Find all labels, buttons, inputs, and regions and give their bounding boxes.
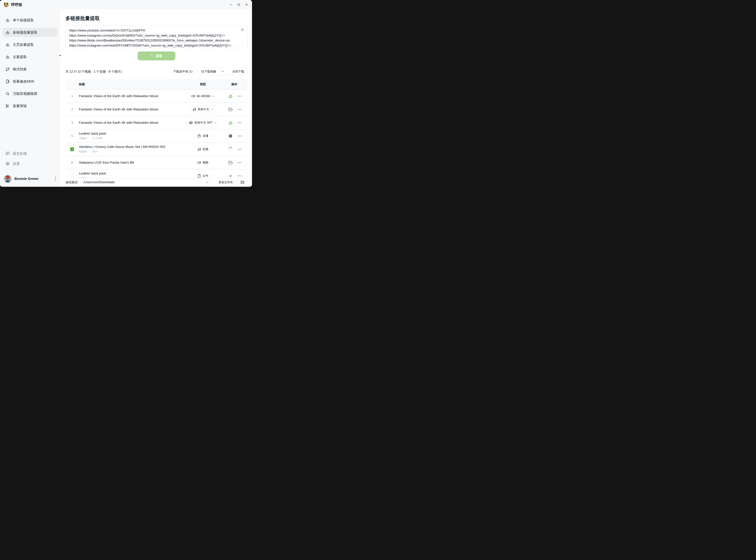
- column-header-title: 标题: [76, 82, 184, 86]
- sidebar-item-batch-edit[interactable]: 批量剪辑: [2, 101, 57, 111]
- download-all-button[interactable]: 全部下载: [229, 67, 247, 75]
- select-all-checkbox[interactable]: [71, 82, 74, 86]
- search-icon: [6, 92, 9, 96]
- row-title: Leather back pack: [79, 172, 184, 175]
- table-row: 1 Fantastic VIews of the Earth 4K with R…: [65, 89, 247, 103]
- folder-open-icon: [241, 180, 244, 184]
- scissors-icon: [6, 104, 9, 108]
- sidebar-item-label: 多链接批量提取: [13, 30, 37, 35]
- music-note-icon: [197, 147, 201, 151]
- row-status: 下载中 71.2 MB: [79, 137, 184, 140]
- chevron-down-icon: [214, 122, 217, 124]
- table-row: 2 Fantastic VIews of the Earth 4K with R…: [65, 103, 247, 116]
- row-number[interactable]: 3: [68, 121, 76, 125]
- sidebar-item-multi-link-batch-extract[interactable]: 多链接批量提取: [2, 28, 57, 37]
- table-row: 6 Sidepiece LIVE from Paulie Gee's BK 视频: [65, 156, 247, 169]
- more-actions-icon[interactable]: [237, 95, 242, 98]
- sidebar-item-label: 批量剪辑: [13, 104, 27, 108]
- type-label: 音频: [203, 147, 208, 151]
- type-select[interactable]: 简体中文-SRT: [186, 119, 219, 127]
- stop-button[interactable]: [228, 134, 233, 138]
- clear-input-icon[interactable]: [240, 28, 244, 32]
- save-path-label: 保存路径: [65, 180, 78, 184]
- cancel-icon[interactable]: [228, 174, 233, 178]
- url-line: https://www.instagram.com/reel/DP1X88TCN…: [69, 43, 237, 48]
- minimize-button[interactable]: [227, 1, 235, 8]
- row-checkbox-checked[interactable]: [70, 147, 74, 151]
- url-line: https://www.tiktok.com/@walkerpaul28/vid…: [69, 38, 237, 43]
- type-label: 简体中文: [198, 107, 209, 111]
- download-icon: [6, 43, 9, 47]
- download-selected-button[interactable]: 下载选中项 (1): [170, 67, 196, 75]
- change-folder-button[interactable]: 更改文件夹: [216, 179, 236, 186]
- more-actions-icon[interactable]: [237, 121, 242, 124]
- sidebar-item-format-convert[interactable]: 格式转换: [2, 64, 57, 74]
- avatar: [4, 175, 12, 182]
- music-note-icon: [193, 107, 196, 111]
- status-label: 下载中: [79, 137, 87, 140]
- download-icon[interactable]: [228, 94, 233, 98]
- user-menu-dots-icon[interactable]: [54, 176, 57, 182]
- maximize-button[interactable]: [235, 1, 242, 8]
- file-pen-icon: [6, 79, 9, 83]
- type-select[interactable]: 简体中文: [190, 105, 216, 114]
- row-number[interactable]: 5: [68, 134, 76, 138]
- sidebar-item-batch-modify-md5[interactable]: 批量修改MD5: [2, 77, 57, 86]
- video-only-button[interactable]: 仅下载视频: [198, 68, 219, 75]
- chevron-down-icon: [212, 95, 214, 97]
- download-icon[interactable]: [228, 120, 233, 125]
- row-checkbox[interactable]: [71, 174, 74, 178]
- type-select[interactable]: 8K-WEBM: [188, 92, 217, 100]
- save-path-bar: 保存路径 /Users/xxx/Downloads 更改文件夹: [60, 178, 252, 187]
- sidebar: 单个链接提取 多链接批量提取 主页批量提取 文案提取 格式转换 批量修改MD5: [0, 9, 60, 187]
- type-label: 8K-WEBM: [197, 95, 210, 98]
- extract-button[interactable]: 提取: [138, 52, 175, 60]
- open-folder-icon[interactable]: [228, 107, 233, 112]
- sidebar-item-submit-feedback[interactable]: 提交反馈: [2, 149, 57, 158]
- download-icon: [6, 31, 9, 35]
- row-status: 转换中 20%: [79, 150, 184, 154]
- open-folder-icon[interactable]: [228, 160, 233, 165]
- close-button[interactable]: [242, 1, 250, 8]
- row-number[interactable]: 6: [68, 161, 76, 164]
- url-batch-input[interactable]: https://www.youtube.com/watch?v=DOT1LmQb…: [65, 25, 247, 48]
- video-camera-icon: [197, 161, 201, 164]
- sidebar-item-label: 万能音视频嗅探: [13, 91, 37, 96]
- row-number[interactable]: 2: [68, 107, 76, 111]
- sidebar-item-settings[interactable]: 设置: [2, 159, 57, 168]
- row-title: Fantastic VIews of the Earth 4K with Rel…: [79, 121, 184, 125]
- sidebar-item-homepage-batch-extract[interactable]: 主页批量提取: [2, 40, 57, 49]
- check-icon: [71, 148, 74, 151]
- app-logo-cat-icon: [3, 2, 9, 7]
- repeat-icon: [6, 67, 9, 71]
- sidebar-item-label: 设置: [13, 161, 20, 166]
- save-path-select[interactable]: /Users/xxx/Downloads: [80, 179, 212, 186]
- video-only-dropdown-arrow[interactable]: [219, 68, 226, 75]
- app-title: 哼哼猫: [11, 2, 22, 7]
- user-profile: Bonnie Green: [4, 174, 57, 183]
- sidebar-item-universal-media-sniffer[interactable]: 万能音视频嗅探: [2, 89, 57, 98]
- results-table: 标题 类型 操作 1 Fantastic VIews of the Earth …: [65, 79, 247, 187]
- type-label-group: 文件: [197, 174, 208, 178]
- more-actions-icon[interactable]: [237, 108, 242, 111]
- table-row: Vandelux | Groovy Café House Music Set |…: [65, 143, 247, 156]
- extract-button-label: 提取: [156, 54, 162, 58]
- window-controls: [227, 1, 250, 8]
- type-label: 视频: [203, 161, 208, 164]
- more-actions-icon[interactable]: [237, 175, 242, 177]
- save-path-value: /Users/xxx/Downloads: [83, 180, 115, 184]
- more-actions-icon[interactable]: [237, 148, 242, 151]
- type-label-group: 视频: [197, 161, 208, 164]
- sidebar-item-copywriting-extract[interactable]: 文案提取: [2, 52, 57, 61]
- row-title: Fantastic VIews of the Earth 4K with Rel…: [79, 107, 184, 111]
- sidebar-collapse-handle[interactable]: [58, 52, 62, 59]
- open-folder-button[interactable]: [237, 179, 247, 186]
- sidebar-item-single-link-extract[interactable]: 单个链接提取: [2, 16, 57, 25]
- more-actions-icon[interactable]: [237, 135, 242, 138]
- status-value: 20%: [92, 150, 98, 154]
- more-actions-icon[interactable]: [237, 161, 242, 164]
- download-icon: [6, 55, 9, 59]
- table-header: 标题 类型 操作: [65, 79, 247, 89]
- column-header-actions: 操作: [221, 82, 247, 86]
- row-number[interactable]: 1: [68, 94, 76, 98]
